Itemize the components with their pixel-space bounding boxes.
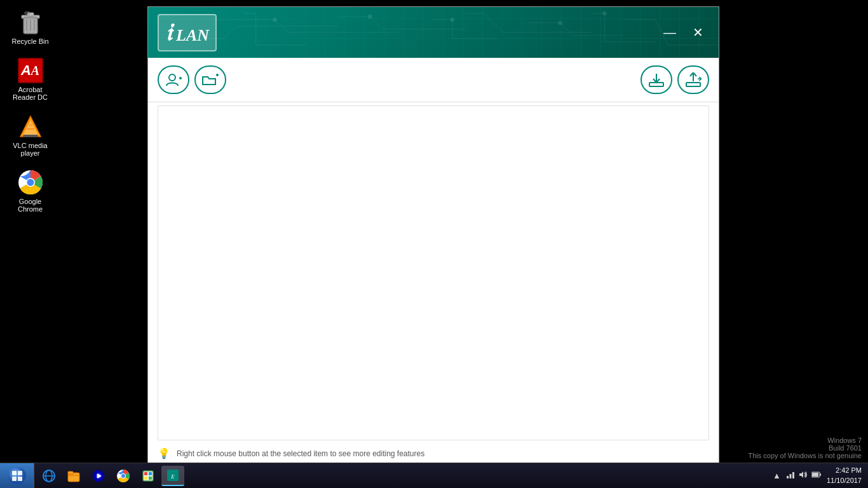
toolbar [148, 58, 719, 102]
status-message: Right click mouse button at the selected… [177, 449, 424, 458]
svg-rect-51 [149, 477, 152, 480]
svg-rect-49 [149, 472, 152, 475]
windows-watermark: Windows 7 Build 7601 This copy of Window… [748, 437, 862, 459]
desktop-icon-vlc[interactable]: VLC media player [6, 111, 54, 160]
taskbar-item-chrome[interactable] [112, 466, 135, 486]
svg-rect-35 [18, 477, 22, 481]
status-bar: 💡 Right click mouse button at the select… [148, 444, 719, 463]
desktop-icons: Recycle Bin A Acrobat Reader DC [6, 6, 54, 216]
watermark-line2: Build 7601 [748, 444, 862, 452]
taskbar-item-elan[interactable]: E [161, 466, 184, 486]
desktop-icon-recycle-bin[interactable]: Recycle Bin [6, 6, 54, 48]
app-logo: 𝔦 LAN [158, 14, 217, 51]
svg-rect-60 [820, 473, 821, 476]
minimize-button[interactable]: — [658, 21, 681, 44]
svg-point-15 [27, 179, 34, 186]
svg-rect-10 [23, 135, 38, 137]
chrome-label: Google Chrome [10, 198, 51, 213]
desktop-icon-acrobat[interactable]: A Acrobat Reader DC [6, 55, 54, 104]
svg-rect-40 [68, 471, 73, 474]
tray-network-icon[interactable] [786, 470, 795, 481]
system-tray: ▲ [766, 463, 868, 488]
taskbar: E ▲ [0, 463, 868, 488]
svg-point-31 [8, 467, 26, 485]
download-button[interactable] [641, 65, 672, 94]
svg-point-17 [368, 15, 372, 18]
recycle-bin-label: Recycle Bin [11, 37, 48, 45]
acrobat-label: Acrobat Reader DC [10, 86, 51, 101]
svg-rect-54 [787, 476, 789, 478]
toolbar-right [641, 65, 709, 94]
add-user-button[interactable] [158, 65, 189, 94]
clock-date: 11/10/2017 [827, 476, 862, 485]
svg-point-18 [451, 18, 454, 22]
svg-rect-32 [12, 471, 17, 475]
desktop-icon-chrome[interactable]: Google Chrome [6, 166, 54, 216]
content-area[interactable] [158, 105, 709, 440]
svg-rect-28 [686, 83, 700, 86]
svg-point-16 [273, 18, 277, 22]
svg-marker-57 [799, 471, 803, 478]
svg-rect-48 [144, 472, 147, 475]
svg-point-46 [121, 474, 125, 478]
watermark-line1: Windows 7 [748, 437, 862, 444]
svg-rect-56 [792, 472, 794, 478]
svg-text:E: E [170, 473, 175, 480]
close-button[interactable]: ✕ [686, 21, 709, 44]
svg-rect-50 [144, 477, 147, 480]
status-icon: 💡 [158, 447, 170, 459]
recycle-bin-icon [18, 10, 43, 35]
svg-rect-55 [789, 474, 791, 478]
start-button[interactable] [0, 463, 34, 489]
clock-time: 2:42 PM [827, 466, 862, 475]
svg-point-20 [602, 11, 606, 15]
vlc-icon [18, 114, 43, 139]
taskbar-item-explorer[interactable] [62, 466, 85, 486]
app-window: 𝔦 LAN — ✕ [147, 6, 719, 464]
logo-text: 𝔦 LAN [165, 18, 209, 47]
system-clock[interactable]: 2:42 PM 11/10/2017 [827, 466, 862, 485]
add-folder-button[interactable] [194, 65, 226, 94]
toolbar-left [158, 65, 226, 94]
watermark-line3: This copy of Windows is not genuine [748, 452, 862, 459]
desktop: Recycle Bin A Acrobat Reader DC [0, 0, 868, 488]
taskbar-item-ie[interactable] [37, 466, 60, 486]
tray-volume-icon[interactable] [799, 470, 808, 481]
chrome-icon [18, 170, 43, 195]
share-button[interactable] [677, 65, 709, 94]
taskbar-items: E [34, 463, 766, 488]
svg-rect-34 [12, 477, 17, 481]
svg-point-21 [169, 74, 175, 81]
title-bar: 𝔦 LAN — ✕ [148, 7, 719, 58]
tray-show-hidden[interactable]: ▲ [773, 471, 781, 480]
taskbar-item-media-player[interactable] [87, 466, 110, 486]
taskbar-item-paint[interactable] [137, 466, 159, 486]
vlc-label: VLC media player [10, 142, 51, 157]
window-controls: — ✕ [658, 21, 709, 44]
svg-rect-59 [812, 473, 818, 477]
acrobat-icon: A [18, 58, 43, 83]
tray-battery-icon[interactable] [811, 471, 822, 480]
tray-icons [786, 470, 822, 481]
svg-point-19 [559, 21, 562, 25]
svg-rect-33 [18, 471, 22, 475]
